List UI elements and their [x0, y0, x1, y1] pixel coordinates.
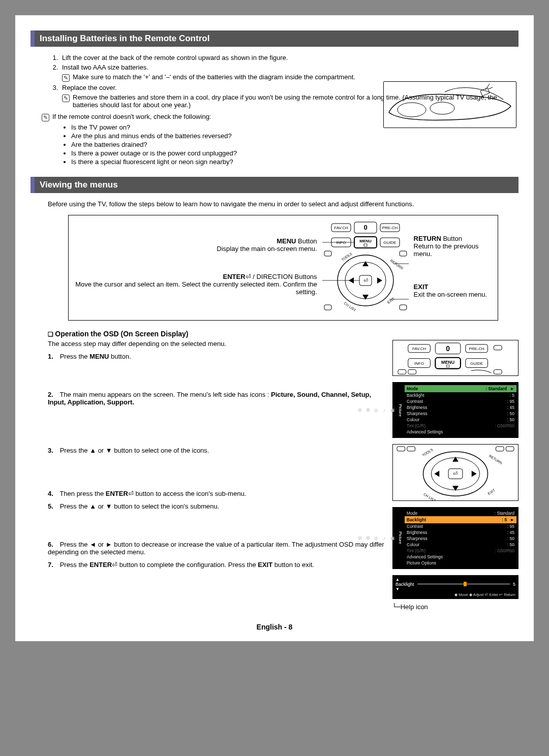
step7-e: button to exit.	[272, 561, 314, 569]
svg-rect-27	[324, 251, 331, 256]
svg-text:MENU: MENU	[441, 360, 454, 365]
check-1: Is the TV power on?	[71, 123, 130, 131]
svg-text:EXIT: EXIT	[487, 488, 496, 496]
note1: Make sure to match the '+' and '–' ends …	[73, 73, 355, 81]
adjust-hints: ◆ Move ◆ Adjust ⏎ Enter ↩ Return	[395, 592, 515, 597]
step7-b: ENTER	[89, 561, 112, 569]
note-icon: ✎	[62, 94, 70, 102]
step4-text-a: Then press the	[59, 490, 105, 497]
step3-text: Press the ▲ or ▼ button to select one of…	[60, 447, 209, 454]
step6-text: Press the ◄ or ► button to decrease or i…	[48, 541, 384, 556]
check-4: Is there a power outage or is the power …	[71, 149, 237, 157]
check-2: Are the plus and minus ends of the batte…	[71, 132, 232, 140]
svg-text:INFO: INFO	[414, 361, 424, 366]
return-button-suffix: Button	[441, 235, 462, 242]
remote-control-figure	[383, 81, 516, 128]
step1: Lift the cover at the back of the remote…	[62, 54, 288, 61]
svg-point-1	[430, 102, 454, 114]
osd-heading: Operation the OSD (On Screen Display)	[48, 330, 518, 338]
menu-button-suffix: Button	[296, 237, 317, 245]
svg-text:TOOLS: TOOLS	[421, 448, 434, 458]
sound-icon: ♪	[382, 536, 387, 541]
step3: Replace the cover.	[62, 84, 117, 91]
svg-text:FAV.CH: FAV.CH	[412, 346, 426, 351]
note-icon: ✎	[62, 74, 70, 82]
note-icon: ✎	[42, 114, 49, 121]
picture-menu-2: Picture ▣ ♪ ◎ ⚙ ⧉ Mode: Standard Backlig…	[392, 507, 518, 569]
setup-icon: ⚙	[365, 407, 371, 413]
adjust-slider	[417, 583, 510, 585]
picture-icon: ▣	[390, 407, 395, 413]
exit-button-desc: Exit the on-screen menu.	[414, 291, 487, 298]
small-remote-top: FAV.CH 0 PRE-CH INFO MENU GUIDE	[392, 340, 518, 376]
svg-text:RETURN: RETURN	[389, 259, 404, 270]
enter-icon: ⏎	[128, 490, 134, 497]
input-icon: ⧉	[357, 408, 362, 412]
step7-c: button to complete the configuration. Pr…	[117, 561, 258, 569]
svg-text:PRE-CH: PRE-CH	[382, 226, 398, 230]
svg-text:INFO: INFO	[336, 240, 346, 245]
channel-icon: ◎	[374, 407, 379, 413]
remote-dpad-figure: FAV.CH 0 PRE-CH INFO MENU GUIDE	[322, 220, 409, 312]
step4-num: 4.	[48, 490, 58, 497]
sound-icon: ♪	[382, 407, 387, 413]
page-footer: English - 8	[30, 623, 518, 631]
step6-num: 6.	[48, 541, 58, 548]
enter-button-label: ENTER	[223, 273, 246, 280]
section2-heading: Viewing the menus	[30, 177, 518, 193]
svg-text:⏎: ⏎	[453, 471, 458, 477]
enter-button-desc: Move the cursor and select an item. Sele…	[75, 280, 317, 296]
adjust-label: Backlight	[395, 582, 414, 587]
svg-text:PRE-CH: PRE-CH	[469, 346, 484, 351]
svg-text:MENU: MENU	[359, 239, 372, 243]
picture-icon: ▣	[390, 536, 395, 541]
step7-a: Press the	[60, 561, 90, 569]
osd-steps: The access step may differ depending on …	[48, 340, 386, 574]
menu-title: Picture	[398, 531, 403, 544]
check-3: Are the batteries drained?	[71, 141, 147, 148]
mode-label: Mode	[407, 386, 418, 391]
enter-icon: ⏎	[112, 561, 117, 569]
svg-rect-29	[324, 305, 331, 310]
svg-text:EXIT: EXIT	[386, 297, 395, 304]
menu-button-desc: Display the main on-screen menu.	[217, 245, 317, 253]
return-button-label: RETURN	[414, 235, 441, 242]
svg-rect-53	[407, 447, 415, 451]
svg-point-0	[398, 103, 426, 117]
step2-text-a: The main menu appears on the screen. The…	[59, 391, 271, 398]
svg-rect-49	[408, 370, 416, 374]
backlight-adjust-bar: ▲ Backlight 5 ▼ ◆ Move ◆ Adjust ⏎ Enter …	[392, 575, 518, 599]
input-icon: ⧉	[357, 537, 362, 540]
svg-text:GUIDE: GUIDE	[383, 240, 396, 245]
svg-text:CH LIST: CH LIST	[423, 493, 437, 500]
step3-num: 3.	[48, 447, 58, 454]
small-remote-dpad: ⏎ TOOLS RETURN CH LIST EXIT	[392, 444, 518, 500]
adjust-value: 5	[513, 582, 515, 587]
osd-intro: The access step may differ depending on …	[48, 340, 386, 348]
svg-rect-52	[397, 447, 405, 451]
enter-icon: ⏎	[246, 273, 251, 280]
osd-figures-column: FAV.CH 0 PRE-CH INFO MENU GUIDE	[392, 340, 518, 611]
svg-text:GUIDE: GUIDE	[470, 361, 483, 366]
step2-num: 2.	[48, 391, 58, 398]
menu-button-label: MENU	[277, 237, 296, 245]
check-intro: If the remote control doesn't work, chec…	[52, 113, 211, 120]
step5-num: 5.	[48, 502, 58, 510]
remote-navigation-panel: MENU Button Display the main on-screen m…	[68, 215, 498, 321]
svg-text:0: 0	[446, 344, 450, 353]
svg-rect-51	[494, 345, 502, 350]
svg-marker-63	[472, 471, 477, 477]
picture-menu-1: Picture ▣ ♪ ◎ ⚙ ⧉ Mode : Standard ► Back…	[392, 382, 518, 438]
svg-rect-54	[496, 447, 504, 451]
svg-rect-28	[400, 251, 407, 256]
setup-icon: ⚙	[365, 536, 371, 541]
svg-marker-60	[452, 457, 459, 462]
help-icon-label: └─Help icon	[392, 603, 518, 611]
step1-num: 1.	[48, 353, 58, 360]
svg-rect-50	[494, 370, 502, 374]
svg-marker-62	[434, 471, 439, 477]
check-5: Is there a special fluorescent light or …	[71, 158, 233, 166]
section2-intro: Before using the TV, follow the steps be…	[48, 200, 518, 208]
step7-num: 7.	[48, 561, 58, 569]
step2: Install two AAA size batteries.	[62, 64, 148, 71]
